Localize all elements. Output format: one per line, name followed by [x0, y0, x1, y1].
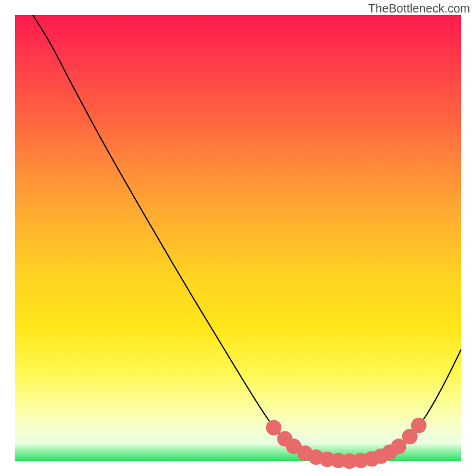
svg-point-14	[411, 418, 427, 433]
curve-markers	[266, 418, 427, 469]
credit-text: TheBottleneck.com	[368, 2, 470, 15]
svg-point-0	[266, 420, 281, 436]
bottleneck-curve	[33, 15, 461, 461]
